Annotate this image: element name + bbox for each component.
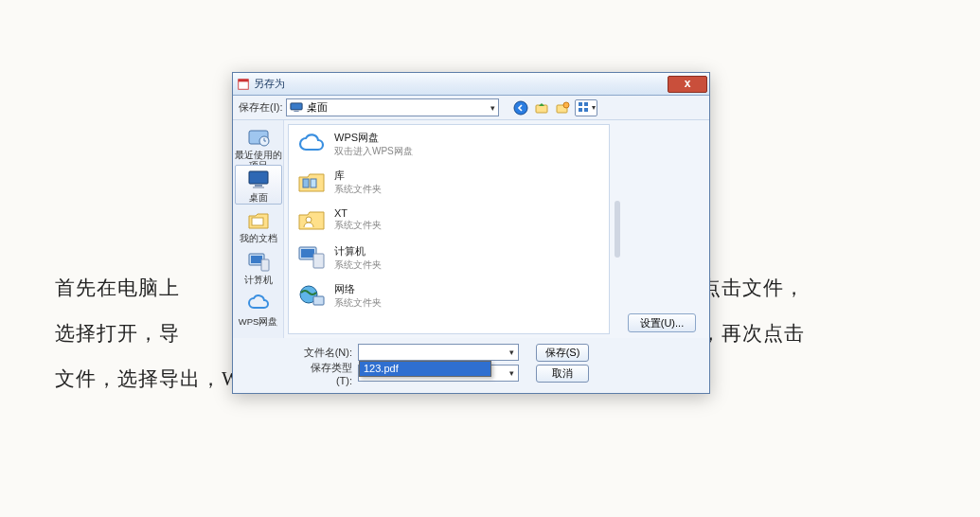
svg-point-23 [306,217,312,223]
view-mode-icon[interactable]: ▾ [575,99,597,116]
filename-dropdown[interactable]: 123.pdf [359,361,491,377]
save-button[interactable]: 保存(S) [536,344,589,362]
list-item[interactable]: 计算机系统文件夹 [289,239,609,276]
filename-option[interactable]: 123.pdf [360,362,490,376]
file-list[interactable]: WPS网盘双击进入WPS网盘 库系统文件夹 XT系统文件夹 计算机系统文件夹 网… [288,124,610,334]
svg-rect-28 [313,296,324,305]
toolbar: 保存在(I): 桌面 ▾ ▾ [233,96,709,120]
bottom-panel: 文件名(N): ▾ 123.pdf 保存(S) 保存类型(T): ▾ 取消 [233,338,709,393]
cancel-button[interactable]: 取消 [536,365,589,383]
svg-rect-25 [301,249,314,258]
svg-rect-17 [252,218,263,225]
svg-rect-11 [584,108,588,112]
svg-rect-14 [249,171,268,184]
user-folder-icon [296,205,327,235]
save-as-dialog: 另存为 x 保存在(I): 桌面 ▾ ▾ [232,72,710,394]
desktop-icon [290,102,303,113]
library-folder-icon [296,167,327,197]
cloud-icon [296,129,327,159]
close-button[interactable]: x [668,76,707,93]
dialog-title: 另存为 [254,77,285,91]
filetype-label: 保存类型(T): [295,361,352,386]
svg-rect-15 [255,185,262,187]
sidebar-item-label: WPS网盘 [235,316,282,327]
app-icon [237,78,250,91]
places-sidebar: 最近使用的项目 桌面 我的文档 计算机 WPS网盘 [233,120,284,338]
filename-combo[interactable]: ▾ 123.pdf [358,344,519,361]
svg-rect-5 [536,105,547,113]
svg-rect-1 [239,79,249,81]
computer-icon [296,242,327,273]
nav-back-icon[interactable] [512,99,529,116]
titlebar: 另存为 x [233,73,709,96]
svg-point-7 [563,102,569,108]
svg-rect-16 [253,187,264,188]
sidebar-item-desktop[interactable]: 桌面 [235,165,282,205]
chevron-down-icon: ▾ [506,368,518,378]
network-icon [296,280,327,311]
save-in-value: 桌面 [307,100,328,115]
sidebar-item-label: 桌面 [236,192,281,203]
list-item[interactable]: 库系统文件夹 [289,163,609,201]
svg-rect-21 [303,179,309,187]
sidebar-item-label: 我的文档 [235,233,282,243]
svg-rect-10 [579,108,582,112]
svg-rect-9 [584,102,588,106]
chevron-down-icon: ▾ [506,348,518,357]
nav-up-icon[interactable] [533,99,550,116]
save-in-label: 保存在(I): [239,100,282,115]
list-item[interactable]: 网络系统文件夹 [289,276,609,314]
svg-rect-3 [294,111,299,112]
sidebar-item-wpscloud[interactable]: WPS网盘 [235,290,282,330]
svg-rect-26 [313,254,324,268]
svg-rect-8 [579,102,582,106]
list-item[interactable]: XT系统文件夹 [289,201,609,239]
svg-point-4 [514,101,527,115]
new-folder-icon[interactable] [554,99,571,116]
sidebar-item-recent[interactable]: 最近使用的项目 [235,123,282,163]
filename-label: 文件名(N): [295,346,352,360]
sidebar-item-documents[interactable]: 我的文档 [235,206,282,246]
sidebar-item-computer[interactable]: 计算机 [235,248,282,288]
list-item[interactable]: WPS网盘双击进入WPS网盘 [289,125,609,163]
sidebar-item-label: 计算机 [235,275,282,285]
svg-rect-2 [291,103,302,110]
scrollbar[interactable] [610,124,625,334]
svg-rect-19 [251,256,262,263]
settings-button[interactable]: 设置(U)... [628,313,696,332]
save-in-dropdown[interactable]: 桌面 ▾ [286,98,499,116]
svg-rect-20 [261,259,269,271]
svg-rect-22 [311,179,316,187]
chevron-down-icon: ▾ [490,103,495,113]
